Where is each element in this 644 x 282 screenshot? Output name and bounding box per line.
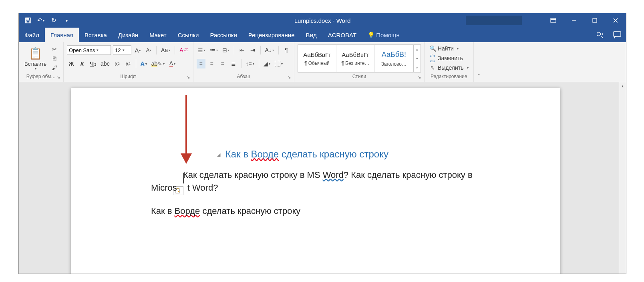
tab-design[interactable]: Дизайн	[113, 28, 144, 42]
minimize-icon[interactable]	[564, 13, 584, 28]
align-right-icon[interactable]: ≡	[218, 59, 227, 68]
p2-text: сделать красную строку	[200, 206, 300, 216]
cut-icon[interactable]: ✂	[50, 45, 58, 53]
replace-label: Заменить	[438, 55, 463, 61]
align-left-icon[interactable]: ≡	[197, 59, 205, 68]
window-title: Lumpics.docx - Word	[294, 17, 351, 24]
ribbon-options-icon[interactable]	[543, 13, 564, 28]
tab-mailings[interactable]: Рассылки	[204, 28, 242, 42]
bullets-icon[interactable]: ☰	[197, 45, 207, 55]
font-name-value: Open Sans	[69, 47, 95, 53]
shrink-font-icon[interactable]: A▾	[144, 45, 153, 55]
collapse-ribbon-icon[interactable]: ˄	[474, 42, 484, 82]
svg-rect-1	[26, 18, 29, 20]
p2-wavy: Ворде	[175, 206, 200, 216]
doc-paragraph-2: Как в Ворде сделать красную строку	[151, 205, 473, 218]
share-icon[interactable]	[591, 28, 608, 42]
styles-scroll-down-icon[interactable]: ▾	[414, 54, 421, 63]
multilevel-icon[interactable]: ⊟	[221, 45, 231, 55]
clear-format-icon[interactable]: A⌫	[178, 45, 189, 55]
svg-rect-3	[551, 18, 556, 22]
close-icon[interactable]	[605, 13, 626, 28]
p2-text: Как в	[151, 206, 175, 216]
underline-button[interactable]: Ч	[89, 59, 97, 68]
select-button[interactable]: ↖Выделить▾	[429, 64, 469, 71]
comments-icon[interactable]	[608, 28, 626, 42]
qat-customize-icon[interactable]: ▾	[62, 16, 71, 25]
lightbulb-icon: 💡	[368, 32, 374, 38]
font-name-combo[interactable]: Open Sans▾	[67, 45, 111, 55]
redo-icon[interactable]: ↻	[49, 16, 58, 25]
group-font: Open Sans▾ 12▾ A▴ A▾ Aa A⌫ Ж К Ч abc x2 …	[64, 42, 193, 82]
p1-text: Как сделать красную строку в MS	[183, 170, 323, 180]
styles-scroll-up-icon[interactable]: ▴	[414, 45, 421, 54]
strike-button[interactable]: abc	[99, 59, 111, 68]
numbering-icon[interactable]: ≔	[209, 45, 219, 55]
shading-icon[interactable]: ◢	[262, 59, 272, 68]
doc-paragraph-1b: Microst Word?	[151, 181, 473, 194]
cursor-icon: ↖	[429, 64, 436, 71]
font-launcher-icon[interactable]: ↘	[187, 75, 190, 79]
document-page[interactable]: ◢ Как в Ворде сделать красную строку Как…	[71, 88, 560, 274]
text-effects-icon[interactable]: A	[139, 59, 148, 68]
tab-file[interactable]: Файл	[19, 28, 45, 42]
style-sample: АаБбВвГг	[342, 51, 369, 58]
tab-review[interactable]: Рецензирование	[243, 28, 300, 42]
p1-text: ? Как сделать красную строку в	[344, 170, 473, 180]
tab-layout[interactable]: Макет	[144, 28, 172, 42]
grow-font-icon[interactable]: A▴	[133, 45, 142, 55]
highlight-icon[interactable]: ab✎	[150, 59, 166, 68]
replace-button[interactable]: abacЗаменить	[429, 53, 469, 63]
styles-gallery: АаБбВвГг¶ Обычный АаБбВвГг¶ Без инте… Аа…	[298, 44, 421, 73]
undo-icon[interactable]: ↶▾	[36, 16, 45, 25]
tab-references[interactable]: Ссылки	[172, 28, 205, 42]
tell-me-label: Помощн	[376, 32, 399, 38]
style-heading1[interactable]: АаБбВ!Заголово…	[375, 45, 413, 72]
bold-button[interactable]: Ж	[67, 59, 76, 68]
subscript-button[interactable]: x2	[113, 59, 122, 68]
scroll-up-icon[interactable]: ▴	[619, 82, 626, 89]
align-justify-icon[interactable]: ≣	[229, 59, 238, 68]
tab-home[interactable]: Главная	[45, 28, 79, 42]
paragraph-launcher-icon[interactable]: ↘	[288, 75, 291, 79]
style-no-spacing[interactable]: АаБбВвГг¶ Без инте…	[336, 45, 375, 72]
replace-icon: abac	[429, 53, 436, 63]
superscript-button[interactable]: x2	[124, 59, 133, 68]
ribbon-tabs: Файл Главная Вставка Дизайн Макет Ссылки…	[19, 28, 626, 42]
find-button[interactable]: 🔍Найти▾	[429, 45, 469, 52]
group-editing-label: Редактирование	[431, 74, 467, 79]
format-painter-icon[interactable]: 🖌	[50, 64, 58, 72]
vertical-scrollbar[interactable]: ▴	[619, 82, 626, 274]
indent-icon[interactable]: ⇥	[248, 45, 257, 55]
outdent-icon[interactable]: ⇤	[237, 45, 246, 55]
borders-icon[interactable]	[274, 59, 284, 68]
quick-access-toolbar: ↶▾ ↻ ▾	[19, 16, 71, 25]
document-workspace: ◢ Как в Ворде сделать красную строку Как…	[19, 82, 626, 274]
font-color-icon[interactable]: A	[168, 59, 177, 68]
clipboard-launcher-icon[interactable]: ↘	[57, 75, 60, 79]
show-marks-icon[interactable]: ¶	[282, 45, 291, 55]
save-icon[interactable]	[24, 16, 32, 25]
p1-wavy: Word	[323, 170, 344, 180]
tell-me[interactable]: 💡 Помощн	[362, 28, 405, 42]
style-normal[interactable]: АаБбВвГг¶ Обычный	[298, 45, 336, 72]
italic-button[interactable]: К	[78, 59, 87, 68]
tab-insert[interactable]: Вставка	[79, 28, 113, 42]
copy-icon[interactable]: ⎘	[50, 54, 58, 62]
styles-launcher-icon[interactable]: ↘	[418, 75, 421, 79]
group-paragraph-label: Абзац	[237, 74, 250, 79]
line-spacing-icon[interactable]: ↕≡	[245, 59, 256, 68]
change-case-icon[interactable]: Aa	[160, 45, 171, 55]
window-controls	[543, 13, 626, 28]
collapse-heading-icon[interactable]: ◢	[217, 152, 220, 158]
styles-expand-icon[interactable]: ▿	[414, 63, 421, 72]
paste-button[interactable]: 📋 Вставить ▾	[22, 44, 49, 73]
sort-icon[interactable]: A↓	[264, 45, 275, 55]
tab-view[interactable]: Вид	[300, 28, 322, 42]
align-center-icon[interactable]: ≡	[207, 59, 216, 68]
font-size-combo[interactable]: 12▾	[113, 45, 131, 55]
style-name: ¶ Без инте…	[341, 60, 369, 66]
svg-rect-12	[614, 32, 621, 36]
tab-acrobat[interactable]: ACROBAT	[322, 28, 362, 42]
maximize-icon[interactable]	[584, 13, 605, 28]
